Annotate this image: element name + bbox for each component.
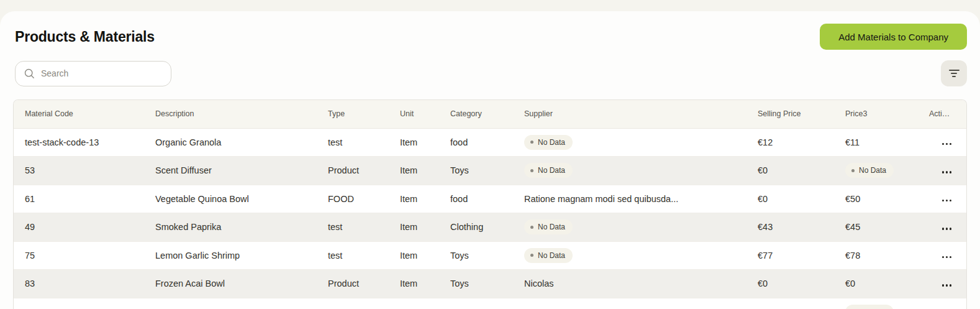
- cell-unit: Item: [389, 251, 439, 261]
- three-dots-icon: [946, 284, 948, 287]
- search-input[interactable]: [41, 68, 163, 78]
- three-dots-icon: [950, 256, 952, 259]
- cell-unit: Item: [389, 165, 439, 175]
- cell-unit: Item: [389, 194, 439, 204]
- column-header-actions: Actions: [918, 109, 966, 118]
- column-header-type: Type: [317, 109, 389, 118]
- three-dots-icon: [942, 200, 945, 202]
- three-dots-icon: [950, 143, 952, 145]
- cell-selling-price: €43: [746, 222, 834, 232]
- three-dots-icon: [946, 228, 948, 230]
- table-row: 61Vegetable Quinoa BowlFOODItemfoodRatio…: [14, 185, 966, 214]
- cell-supplier: Nicolas: [513, 279, 746, 288]
- cell-category: Toys: [439, 279, 513, 288]
- cell-category: Toys: [439, 251, 513, 261]
- cell-selling-price: €12: [746, 137, 834, 147]
- cell-category: food: [439, 137, 513, 147]
- column-header-supplier: Supplier: [513, 109, 746, 118]
- cell-type: test: [317, 251, 389, 261]
- cell-supplier: No Data: [513, 135, 746, 150]
- three-dots-icon: [946, 171, 948, 173]
- search-box[interactable]: [15, 61, 171, 86]
- badge-dot-icon: [530, 254, 533, 257]
- row-actions-button[interactable]: [942, 225, 952, 233]
- cell-description: Smoked Paprika: [144, 222, 317, 232]
- filter-icon: [949, 70, 960, 71]
- no-data-badge: No Data: [845, 305, 894, 309]
- cell-actions: [918, 279, 966, 289]
- cell-description: Vegetable Quinoa Bowl: [144, 194, 317, 204]
- cell-material-code: 75: [14, 251, 144, 261]
- table-row: 75Lemon Garlic ShrimptestItemToysNo Data…: [14, 242, 966, 270]
- cell-actions: [918, 250, 966, 261]
- no-data-badge: No Data: [524, 135, 573, 150]
- cell-material-code: test-stack-code-13: [14, 137, 144, 147]
- cell-type: Product: [317, 279, 389, 288]
- three-dots-icon: [946, 200, 948, 202]
- cell-price3: €11: [834, 137, 918, 147]
- three-dots-icon: [942, 284, 945, 287]
- cell-actions: [918, 193, 966, 204]
- row-actions-button[interactable]: [942, 197, 952, 205]
- materials-table: Material CodeDescriptionTypeUnitCategory…: [13, 99, 967, 309]
- cell-type: test: [317, 222, 389, 232]
- column-header-category: Category: [439, 109, 513, 118]
- cell-unit: Item: [389, 279, 439, 288]
- cell-category: Toys: [439, 165, 513, 175]
- content-panel: Products & Materials Add Materials to Co…: [0, 11, 980, 309]
- cell-type: FOOD: [317, 194, 389, 204]
- row-actions-button[interactable]: [942, 254, 952, 261]
- cell-price3: No Data: [834, 163, 918, 178]
- three-dots-icon: [950, 284, 952, 287]
- cell-price3: €0: [834, 279, 918, 288]
- cell-unit: Item: [389, 137, 439, 147]
- column-header-description: Description: [144, 109, 317, 118]
- three-dots-icon: [950, 200, 952, 202]
- cell-supplier: No Data: [513, 163, 746, 178]
- cell-supplier: Ratione magnam modi sed quibusda...: [513, 194, 746, 204]
- cell-description: Lemon Garlic Shrimp: [144, 251, 317, 261]
- no-data-badge: No Data: [524, 219, 573, 234]
- three-dots-icon: [942, 228, 945, 230]
- table-row: 49Smoked PaprikatestItemClothingNo Data€…: [14, 213, 966, 242]
- cell-unit: Item: [389, 222, 439, 232]
- page-header: Products & Materials Add Materials to Co…: [0, 11, 980, 50]
- cell-category: food: [439, 194, 513, 204]
- cell-actions: [918, 137, 966, 147]
- cell-selling-price: €77: [746, 251, 834, 261]
- no-data-badge: No Data: [524, 248, 573, 263]
- cell-type: Product: [317, 165, 389, 175]
- cell-supplier: No Data: [513, 219, 746, 234]
- table-row: 53Scent DiffuserProductItemToysNo Data€0…: [14, 157, 966, 185]
- cell-supplier: No Data: [513, 248, 746, 263]
- toolbar: [0, 50, 980, 87]
- cell-selling-price: €0: [746, 279, 834, 288]
- row-actions-button[interactable]: [942, 282, 952, 289]
- three-dots-icon: [946, 256, 948, 259]
- table-row: No Data: [14, 298, 966, 309]
- row-actions-button[interactable]: [942, 141, 952, 148]
- table-row: 83Frozen Acai BowlProductItemToysNicolas…: [14, 270, 966, 298]
- row-actions-button[interactable]: [942, 168, 952, 176]
- table-row: test-stack-code-13Organic GranolatestIte…: [14, 129, 966, 157]
- add-materials-button[interactable]: Add Materials to Company: [820, 24, 967, 50]
- cell-selling-price: €0: [746, 165, 834, 175]
- cell-price3: €50: [834, 194, 918, 204]
- cell-description: Organic Granola: [144, 137, 317, 147]
- table-header-row: Material CodeDescriptionTypeUnitCategory…: [14, 100, 966, 129]
- table-body: test-stack-code-13Organic GranolatestIte…: [14, 129, 966, 309]
- cell-description: Scent Diffuser: [144, 165, 317, 175]
- three-dots-icon: [950, 228, 952, 230]
- badge-dot-icon: [530, 141, 533, 144]
- three-dots-icon: [942, 143, 945, 145]
- filter-button[interactable]: [941, 60, 967, 86]
- cell-selling-price: €0: [746, 194, 834, 204]
- no-data-badge: No Data: [524, 163, 573, 178]
- three-dots-icon: [950, 171, 952, 173]
- badge-dot-icon: [530, 169, 533, 172]
- cell-price3: €78: [834, 251, 918, 261]
- no-data-badge: No Data: [845, 163, 894, 178]
- cell-price3: No Data: [834, 305, 918, 309]
- three-dots-icon: [942, 256, 945, 259]
- cell-description: Frozen Acai Bowl: [144, 279, 317, 288]
